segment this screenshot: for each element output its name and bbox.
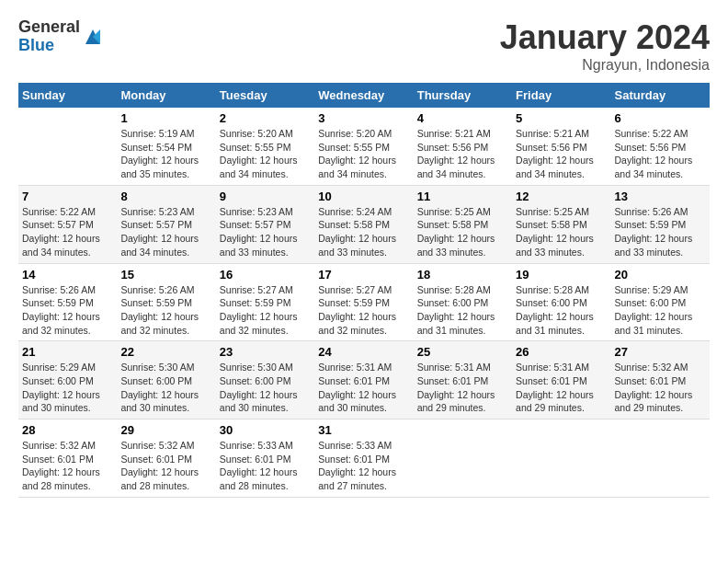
day-number: 5 <box>516 111 607 125</box>
day-info: Sunrise: 5:26 AM Sunset: 5:59 PM Dayligh… <box>22 283 113 338</box>
day-number: 28 <box>22 423 113 437</box>
column-header-wednesday: Wednesday <box>314 83 413 108</box>
calendar-cell: 15Sunrise: 5:26 AM Sunset: 5:59 PM Dayli… <box>117 263 215 341</box>
calendar-cell: 6Sunrise: 5:22 AM Sunset: 5:56 PM Daylig… <box>611 108 710 185</box>
day-number: 10 <box>318 190 409 203</box>
day-info: Sunrise: 5:22 AM Sunset: 5:56 PM Dayligh… <box>615 127 706 181</box>
day-number: 9 <box>220 190 311 203</box>
day-number: 15 <box>120 268 211 282</box>
day-info: Sunrise: 5:30 AM Sunset: 6:00 PM Dayligh… <box>120 361 211 415</box>
day-info: Sunrise: 5:22 AM Sunset: 5:57 PM Dayligh… <box>22 205 113 259</box>
day-info: Sunrise: 5:25 AM Sunset: 5:58 PM Dayligh… <box>417 205 508 259</box>
day-info: Sunrise: 5:26 AM Sunset: 5:59 PM Dayligh… <box>120 283 211 338</box>
day-number: 7 <box>22 190 113 203</box>
day-info: Sunrise: 5:28 AM Sunset: 6:00 PM Dayligh… <box>516 283 607 338</box>
day-info: Sunrise: 5:23 AM Sunset: 5:57 PM Dayligh… <box>120 205 211 259</box>
day-info: Sunrise: 5:31 AM Sunset: 6:01 PM Dayligh… <box>417 361 508 415</box>
calendar-cell: 9Sunrise: 5:23 AM Sunset: 5:57 PM Daylig… <box>216 185 314 263</box>
day-info: Sunrise: 5:20 AM Sunset: 5:55 PM Dayligh… <box>318 127 409 181</box>
day-number: 6 <box>615 111 706 125</box>
calendar-cell: 18Sunrise: 5:28 AM Sunset: 6:00 PM Dayli… <box>414 263 512 341</box>
column-header-monday: Monday <box>117 83 215 108</box>
day-info: Sunrise: 5:33 AM Sunset: 6:01 PM Dayligh… <box>318 439 409 493</box>
day-info: Sunrise: 5:20 AM Sunset: 5:55 PM Dayligh… <box>220 127 311 181</box>
day-info: Sunrise: 5:26 AM Sunset: 5:59 PM Dayligh… <box>615 205 706 259</box>
logo-icon <box>82 26 104 48</box>
calendar-cell: 17Sunrise: 5:27 AM Sunset: 5:59 PM Dayli… <box>314 263 413 341</box>
day-number: 4 <box>417 111 508 125</box>
calendar-table: SundayMondayTuesdayWednesdayThursdayFrid… <box>18 83 710 498</box>
day-number: 29 <box>120 423 211 437</box>
day-number: 20 <box>615 268 706 282</box>
day-info: Sunrise: 5:29 AM Sunset: 6:00 PM Dayligh… <box>22 361 113 415</box>
day-info: Sunrise: 5:31 AM Sunset: 6:01 PM Dayligh… <box>516 361 607 415</box>
day-number: 25 <box>417 345 508 359</box>
day-number: 2 <box>220 111 311 125</box>
day-number: 12 <box>516 190 607 203</box>
day-info: Sunrise: 5:21 AM Sunset: 5:56 PM Dayligh… <box>417 127 508 181</box>
calendar-cell: 24Sunrise: 5:31 AM Sunset: 6:01 PM Dayli… <box>314 341 413 419</box>
calendar-cell: 21Sunrise: 5:29 AM Sunset: 6:00 PM Dayli… <box>18 341 117 419</box>
day-info: Sunrise: 5:32 AM Sunset: 6:01 PM Dayligh… <box>22 439 113 493</box>
page-header: General Blue January 2024 Ngrayun, Indon… <box>18 18 710 74</box>
calendar-cell: 10Sunrise: 5:24 AM Sunset: 5:58 PM Dayli… <box>314 185 413 263</box>
column-header-thursday: Thursday <box>414 83 512 108</box>
day-number: 11 <box>417 190 508 203</box>
week-row-1: 1Sunrise: 5:19 AM Sunset: 5:54 PM Daylig… <box>18 108 710 185</box>
week-row-4: 21Sunrise: 5:29 AM Sunset: 6:00 PM Dayli… <box>18 341 710 419</box>
location: Ngrayun, Indonesia <box>500 57 710 74</box>
day-number: 18 <box>417 268 508 282</box>
day-info: Sunrise: 5:24 AM Sunset: 5:58 PM Dayligh… <box>318 205 409 259</box>
day-info: Sunrise: 5:31 AM Sunset: 6:01 PM Dayligh… <box>318 361 409 415</box>
day-info: Sunrise: 5:27 AM Sunset: 5:59 PM Dayligh… <box>220 283 311 338</box>
day-info: Sunrise: 5:21 AM Sunset: 5:56 PM Dayligh… <box>516 127 607 181</box>
calendar-cell: 23Sunrise: 5:30 AM Sunset: 6:00 PM Dayli… <box>216 341 314 419</box>
calendar-cell: 13Sunrise: 5:26 AM Sunset: 5:59 PM Dayli… <box>611 185 710 263</box>
calendar-cell: 20Sunrise: 5:29 AM Sunset: 6:00 PM Dayli… <box>611 263 710 341</box>
day-number: 3 <box>318 111 409 125</box>
day-number: 22 <box>120 345 211 359</box>
column-header-friday: Friday <box>512 83 610 108</box>
day-info: Sunrise: 5:33 AM Sunset: 6:01 PM Dayligh… <box>220 439 311 493</box>
day-number: 16 <box>220 268 311 282</box>
calendar-cell: 14Sunrise: 5:26 AM Sunset: 5:59 PM Dayli… <box>18 263 117 341</box>
day-number: 17 <box>318 268 409 282</box>
day-info: Sunrise: 5:27 AM Sunset: 5:59 PM Dayligh… <box>318 283 409 338</box>
day-info: Sunrise: 5:29 AM Sunset: 6:00 PM Dayligh… <box>615 283 706 338</box>
logo-general-text: General <box>18 18 80 37</box>
calendar-cell: 31Sunrise: 5:33 AM Sunset: 6:01 PM Dayli… <box>314 419 413 498</box>
day-number: 21 <box>22 345 113 359</box>
day-number: 27 <box>615 345 706 359</box>
calendar-cell: 4Sunrise: 5:21 AM Sunset: 5:56 PM Daylig… <box>414 108 512 185</box>
calendar-cell: 5Sunrise: 5:21 AM Sunset: 5:56 PM Daylig… <box>512 108 610 185</box>
calendar-cell: 1Sunrise: 5:19 AM Sunset: 5:54 PM Daylig… <box>117 108 215 185</box>
calendar-cell: 22Sunrise: 5:30 AM Sunset: 6:00 PM Dayli… <box>117 341 215 419</box>
calendar-cell <box>414 419 512 498</box>
calendar-cell: 27Sunrise: 5:32 AM Sunset: 6:01 PM Dayli… <box>611 341 710 419</box>
day-info: Sunrise: 5:19 AM Sunset: 5:54 PM Dayligh… <box>120 127 211 181</box>
calendar-cell: 12Sunrise: 5:25 AM Sunset: 5:58 PM Dayli… <box>512 185 610 263</box>
day-number: 23 <box>220 345 311 359</box>
day-number: 26 <box>516 345 607 359</box>
day-number: 30 <box>220 423 311 437</box>
day-info: Sunrise: 5:25 AM Sunset: 5:58 PM Dayligh… <box>516 205 607 259</box>
title-block: January 2024 Ngrayun, Indonesia <box>500 18 710 74</box>
day-info: Sunrise: 5:32 AM Sunset: 6:01 PM Dayligh… <box>615 361 706 415</box>
header-row: SundayMondayTuesdayWednesdayThursdayFrid… <box>18 83 710 108</box>
calendar-cell: 28Sunrise: 5:32 AM Sunset: 6:01 PM Dayli… <box>18 419 117 498</box>
day-number: 31 <box>318 423 409 437</box>
day-number: 1 <box>120 111 211 125</box>
calendar-cell: 26Sunrise: 5:31 AM Sunset: 6:01 PM Dayli… <box>512 341 610 419</box>
week-row-5: 28Sunrise: 5:32 AM Sunset: 6:01 PM Dayli… <box>18 419 710 498</box>
month-title: January 2024 <box>500 18 710 57</box>
day-number: 14 <box>22 268 113 282</box>
calendar-cell: 7Sunrise: 5:22 AM Sunset: 5:57 PM Daylig… <box>18 185 117 263</box>
calendar-cell: 19Sunrise: 5:28 AM Sunset: 6:00 PM Dayli… <box>512 263 610 341</box>
day-number: 8 <box>120 190 211 203</box>
calendar-cell: 2Sunrise: 5:20 AM Sunset: 5:55 PM Daylig… <box>216 108 314 185</box>
day-info: Sunrise: 5:28 AM Sunset: 6:00 PM Dayligh… <box>417 283 508 338</box>
calendar-cell: 25Sunrise: 5:31 AM Sunset: 6:01 PM Dayli… <box>414 341 512 419</box>
day-number: 13 <box>615 190 706 203</box>
calendar-cell: 29Sunrise: 5:32 AM Sunset: 6:01 PM Dayli… <box>117 419 215 498</box>
column-header-tuesday: Tuesday <box>216 83 314 108</box>
